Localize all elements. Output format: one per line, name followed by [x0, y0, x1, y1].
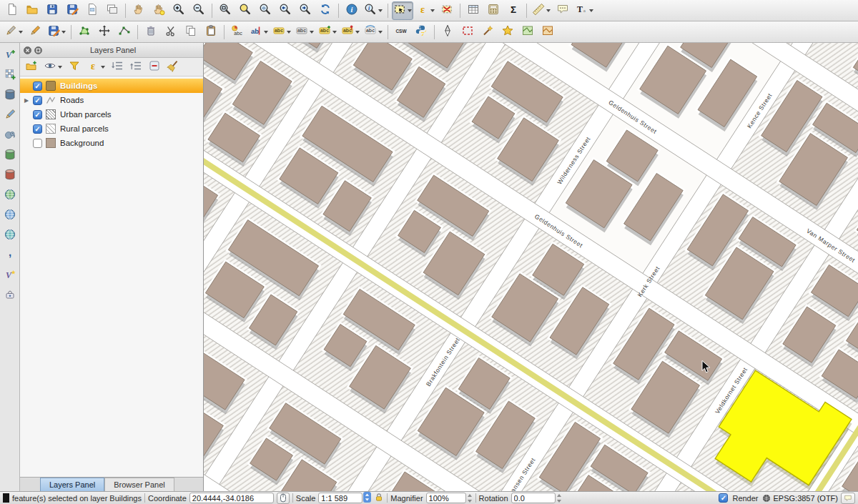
- spinner-arrows-icon[interactable]: [556, 493, 562, 503]
- filter-by-expression-button[interactable]: ε: [85, 59, 107, 75]
- layer-visibility-checkbox[interactable]: [33, 124, 42, 134]
- new-shapefile-layer-button[interactable]: V: [1, 266, 19, 285]
- layer-labeling-options-button[interactable]: abc: [228, 23, 247, 41]
- add-group-button[interactable]: [24, 59, 39, 75]
- tab-browser-panel[interactable]: Browser Panel: [104, 478, 174, 491]
- scale-dropdown-icon[interactable]: [363, 492, 371, 504]
- map-tips-button[interactable]: [553, 1, 572, 20]
- identify-features-button[interactable]: i: [342, 1, 361, 20]
- select-by-expression-button[interactable]: ε: [415, 1, 436, 20]
- save-layer-edits-button[interactable]: [46, 23, 67, 41]
- add-wcs-layer-button[interactable]: [1, 206, 19, 224]
- zoom-out-button[interactable]: [189, 1, 208, 20]
- save-project-as-button[interactable]: [63, 1, 82, 20]
- zoom-full-button[interactable]: [216, 1, 235, 20]
- python-console-button[interactable]: [412, 23, 430, 41]
- crs-status[interactable]: EPSG:3857 (OTF): [761, 493, 838, 503]
- layer-visibility-checkbox[interactable]: [33, 96, 42, 105]
- add-wms-layer-button[interactable]: [1, 186, 19, 204]
- layer-visibility-checkbox[interactable]: [33, 110, 42, 119]
- processing-wand-button[interactable]: [478, 23, 497, 41]
- refresh-map-button[interactable]: [316, 1, 335, 20]
- add-wfs-layer-button[interactable]: [1, 226, 19, 244]
- filter-legend-button[interactable]: [66, 59, 82, 75]
- mouse-position-toggle[interactable]: [277, 493, 290, 504]
- layer-visibility-checkbox[interactable]: [33, 139, 42, 148]
- copy-features-button[interactable]: [182, 23, 200, 41]
- open-project-button[interactable]: [23, 1, 41, 20]
- save-project-button[interactable]: [43, 1, 61, 20]
- add-spatialite-layer-button[interactable]: [1, 106, 19, 124]
- deselect-all-button[interactable]: [438, 1, 456, 20]
- label-toolbar-gray-button[interactable]: abc: [294, 23, 315, 41]
- annotation-marker-button[interactable]: [498, 23, 517, 41]
- delete-selected-button[interactable]: [142, 23, 160, 41]
- label-toolbar-highlight-button[interactable]: abc: [271, 23, 292, 41]
- add-raster-layer-button[interactable]: [1, 66, 19, 84]
- paste-features-button[interactable]: [202, 23, 220, 41]
- render-checkbox[interactable]: Render: [716, 493, 758, 503]
- new-project-button[interactable]: [3, 1, 21, 20]
- add-vector-layer-button[interactable]: V: [1, 46, 19, 64]
- label-toolbar-abc-button[interactable]: abc: [317, 23, 338, 41]
- compass-tool-button[interactable]: [438, 23, 457, 41]
- text-annotation-button[interactable]: Ta: [573, 1, 595, 20]
- zoom-in-button[interactable]: [169, 1, 188, 20]
- panel-float-icon[interactable]: [34, 46, 42, 54]
- rotation-spinbox[interactable]: [511, 493, 562, 503]
- move-feature-button[interactable]: [95, 23, 114, 41]
- measure-button[interactable]: [531, 1, 552, 20]
- messages-button[interactable]: [841, 493, 855, 504]
- manage-layer-visibility-button[interactable]: [42, 59, 64, 75]
- tab-layers-panel[interactable]: Layers Panel: [40, 478, 104, 491]
- pan-map-button[interactable]: [129, 1, 148, 20]
- add-gps-layer-button[interactable]: [1, 286, 19, 305]
- run-feature-action-button[interactable]: i: [363, 1, 384, 20]
- add-oracle-layer-button[interactable]: [1, 166, 19, 184]
- scale-combo[interactable]: [318, 492, 371, 504]
- zoom-next-button[interactable]: [296, 1, 315, 20]
- new-geopackage-layer-button[interactable]: [1, 86, 19, 104]
- expand-all-button[interactable]: [109, 59, 125, 75]
- cut-features-button[interactable]: [162, 23, 180, 41]
- layer-item-rural-parcels[interactable]: Rural parcels: [20, 122, 203, 136]
- remove-layer-group-button[interactable]: [147, 59, 162, 75]
- zoom-to-layer-button[interactable]: [256, 1, 275, 20]
- map-svg[interactable]: Wilderness StreetKence StreetKerk Street…: [204, 43, 858, 491]
- render-checkbox-box[interactable]: [719, 493, 728, 503]
- current-edits-button[interactable]: [3, 23, 24, 41]
- extent-rectangle-button[interactable]: [458, 23, 477, 41]
- add-postgis-layer-button[interactable]: [1, 126, 19, 144]
- layer-item-buildings[interactable]: Buildings: [20, 79, 203, 93]
- metasearch-csw-button[interactable]: CSW: [392, 23, 410, 41]
- open-attribute-table-button[interactable]: [464, 1, 483, 20]
- label-toolbar-show-hide-button[interactable]: abc: [363, 23, 384, 41]
- field-calculator-button[interactable]: [484, 1, 503, 20]
- magnifier-input[interactable]: [426, 493, 466, 503]
- rotation-input[interactable]: [511, 493, 556, 503]
- add-mssql-layer-button[interactable]: [1, 146, 19, 164]
- layer-item-urban-parcels[interactable]: Urban parcels: [20, 107, 203, 122]
- quick-map-orange-button[interactable]: [538, 23, 557, 41]
- scale-input[interactable]: [318, 493, 363, 503]
- composer-manager-button[interactable]: [103, 1, 122, 20]
- label-toolbar-ab-button[interactable]: ab: [248, 23, 270, 41]
- add-feature-button[interactable]: [75, 23, 94, 41]
- quick-map-green-button[interactable]: [518, 23, 537, 41]
- select-features-button[interactable]: [392, 1, 413, 20]
- layer-item-roads[interactable]: ▶Roads: [20, 93, 203, 107]
- label-toolbar-pin-button[interactable]: abc: [340, 23, 361, 41]
- collapse-all-button[interactable]: [128, 59, 144, 75]
- pan-to-selection-button[interactable]: [149, 1, 168, 20]
- node-tool-button[interactable]: [115, 23, 134, 41]
- map-canvas[interactable]: Wilderness StreetKence StreetKerk Street…: [204, 43, 858, 491]
- zoom-last-button[interactable]: [276, 1, 295, 20]
- coordinate-input[interactable]: [189, 493, 274, 503]
- statistical-summary-button[interactable]: Σ: [504, 1, 523, 20]
- zoom-to-selection-button[interactable]: [236, 1, 255, 20]
- add-delimited-text-layer-button[interactable]: ,: [1, 246, 19, 265]
- toggle-editing-button[interactable]: [26, 23, 44, 41]
- layer-item-background[interactable]: Background: [20, 136, 203, 150]
- spinner-arrows-icon[interactable]: [467, 493, 473, 503]
- expand-arrow-icon[interactable]: ▶: [22, 97, 31, 104]
